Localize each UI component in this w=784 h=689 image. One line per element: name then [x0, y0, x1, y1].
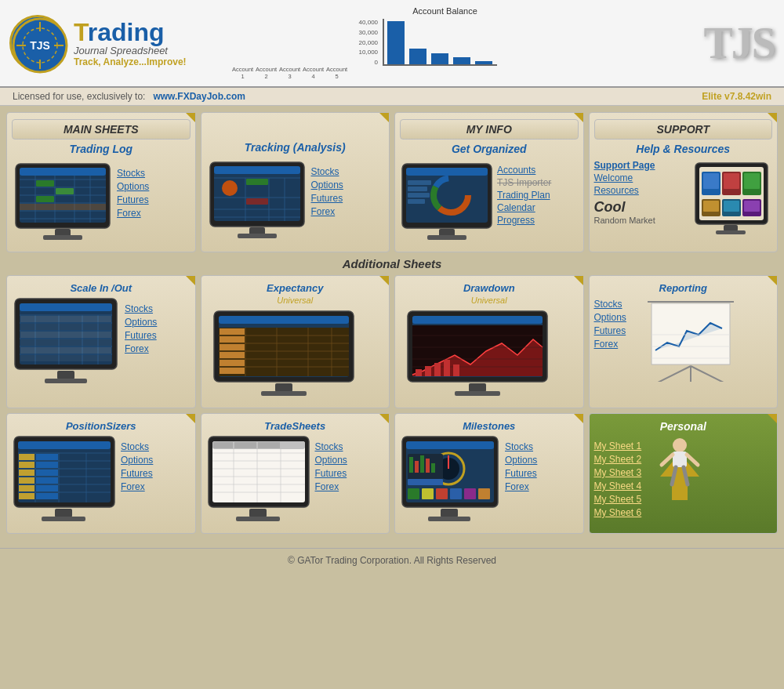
calendar-link[interactable]: Calendar	[497, 202, 551, 213]
svg-rect-30	[214, 166, 300, 174]
svg-rect-156	[36, 477, 58, 484]
panel-my-info: MY INFO Get Organized	[394, 112, 584, 252]
support-links: Support Page Welcome Resources	[594, 160, 691, 196]
my-info-links: Accounts TJS Importer Trading Plan Calen…	[497, 160, 551, 226]
trade-stocks[interactable]: Stocks	[315, 441, 347, 452]
reporting-options[interactable]: Options	[594, 312, 626, 323]
reporting-links: Stocks Options Futures Forex	[594, 296, 626, 350]
monitor-svg-trading-log	[12, 160, 114, 242]
svg-rect-94	[219, 316, 349, 324]
scale-futures[interactable]: Futures	[125, 330, 157, 341]
svg-line-128	[691, 366, 730, 382]
milestones-futures[interactable]: Futures	[505, 468, 537, 479]
svg-rect-52	[408, 199, 425, 204]
svg-rect-157	[19, 485, 34, 491]
svg-rect-161	[249, 509, 267, 517]
milestones-options[interactable]: Options	[505, 455, 537, 466]
milestones-inner: Stocks Options Futures Forex	[400, 433, 579, 527]
reporting-futures[interactable]: Futures	[594, 325, 626, 336]
position-stocks[interactable]: Stocks	[121, 441, 153, 452]
trading-log-options[interactable]: Options	[117, 181, 149, 192]
scale-options[interactable]: Options	[125, 317, 157, 328]
support-page-link[interactable]: Support Page	[594, 160, 691, 171]
additional-panels-grid: Scale In /Out	[6, 275, 778, 408]
svg-rect-106	[220, 336, 245, 343]
milestones-stocks[interactable]: Stocks	[505, 441, 537, 452]
bar-account2	[409, 49, 426, 64]
my-sheet-6[interactable]: My Sheet 6	[594, 507, 642, 518]
my-sheet-4[interactable]: My Sheet 4	[594, 480, 642, 491]
my-sheet-2[interactable]: My Sheet 2	[594, 454, 642, 465]
svg-rect-193	[408, 479, 443, 485]
svg-rect-201	[673, 451, 687, 467]
svg-line-202	[662, 455, 673, 465]
svg-rect-194	[409, 457, 413, 473]
drawdown-title: Drawdown	[400, 282, 579, 294]
svg-rect-126	[453, 364, 459, 376]
bar-account1	[387, 21, 405, 64]
svg-rect-158	[36, 485, 58, 491]
license-url[interactable]: www.FXDayJob.com	[153, 91, 245, 102]
tracking-forex[interactable]: Forex	[311, 206, 343, 217]
svg-rect-8	[43, 235, 82, 240]
additional-sheets-header: Additional Sheets	[6, 257, 778, 270]
scale-stocks[interactable]: Stocks	[125, 303, 157, 314]
trade-options[interactable]: Options	[315, 455, 347, 466]
resources-link[interactable]: Resources	[594, 185, 691, 196]
milestones-links: Stocks Options Futures Forex	[505, 433, 537, 492]
svg-rect-69	[57, 371, 74, 379]
svg-line-127	[652, 366, 691, 382]
position-forex[interactable]: Forex	[121, 481, 153, 492]
version-text: Elite v7.8.42win	[702, 91, 771, 102]
footer-text: © GATor Trading Corporation. All Rights …	[288, 555, 496, 566]
trading-log-inner: Stocks Options Futures Forex	[12, 160, 191, 245]
tracking-stocks[interactable]: Stocks	[311, 166, 343, 177]
license-bar: Licensed for use, exclusively to: www.FX…	[0, 88, 784, 106]
reporting-forex[interactable]: Forex	[594, 339, 626, 350]
svg-rect-164	[212, 441, 305, 502]
logo-subtitle: Journal Spreadsheet	[74, 45, 187, 56]
tracking-links: Stocks Options Futures Forex	[311, 158, 343, 217]
svg-rect-22	[36, 180, 54, 187]
scale-forex[interactable]: Forex	[125, 343, 157, 354]
svg-rect-175	[213, 442, 233, 448]
cool-label: Cool	[594, 199, 691, 216]
svg-rect-62	[744, 173, 760, 189]
panel-reporting: Reporting Stocks Options Futures Forex	[589, 275, 779, 408]
milestones-title: Milestones	[400, 420, 579, 432]
trading-log-futures[interactable]: Futures	[117, 194, 149, 205]
svg-rect-122	[416, 369, 422, 376]
welcome-link[interactable]: Welcome	[594, 172, 691, 183]
position-options[interactable]: Options	[121, 455, 153, 466]
trade-sheets-inner: Stocks Options Futures Forex	[206, 433, 385, 527]
main-content: MAIN SHEETS Trading Log	[0, 106, 784, 545]
panel-trading-log: MAIN SHEETS Trading Log	[6, 112, 196, 252]
trading-log-forex[interactable]: Forex	[117, 208, 149, 219]
trading-plan-link[interactable]: Trading Plan	[497, 190, 551, 201]
monitor-svg-expectancy	[206, 308, 363, 398]
milestones-forex[interactable]: Forex	[505, 481, 537, 492]
reporting-stocks[interactable]: Stocks	[594, 299, 626, 310]
svg-rect-195	[415, 461, 419, 473]
svg-rect-39	[246, 179, 268, 185]
reporting-inner: Stocks Options Futures Forex	[594, 296, 773, 385]
position-futures[interactable]: Futures	[121, 468, 153, 479]
tracking-options[interactable]: Options	[311, 180, 343, 190]
monitor-svg-drawdown	[400, 308, 557, 398]
my-sheet-1[interactable]: My Sheet 1	[594, 441, 642, 451]
my-sheet-5[interactable]: My Sheet 5	[594, 494, 642, 505]
tracking-futures[interactable]: Futures	[311, 193, 343, 204]
tracking-title: Tracking (Analysis)	[206, 141, 385, 154]
logo-title: Trading	[74, 20, 187, 45]
my-sheet-3[interactable]: My Sheet 3	[594, 467, 642, 478]
svg-rect-109	[220, 360, 245, 366]
trading-log-links: Stocks Options Futures Forex	[117, 160, 149, 219]
trading-log-stocks[interactable]: Stocks	[117, 168, 149, 179]
trade-futures[interactable]: Futures	[315, 468, 347, 479]
accounts-link[interactable]: Accounts	[497, 165, 551, 176]
drawdown-subtitle: Universal	[400, 296, 579, 305]
trade-sheets-monitor	[206, 433, 312, 527]
trade-forex[interactable]: Forex	[315, 481, 347, 492]
svg-rect-189	[450, 488, 462, 499]
progress-link[interactable]: Progress	[497, 215, 551, 226]
